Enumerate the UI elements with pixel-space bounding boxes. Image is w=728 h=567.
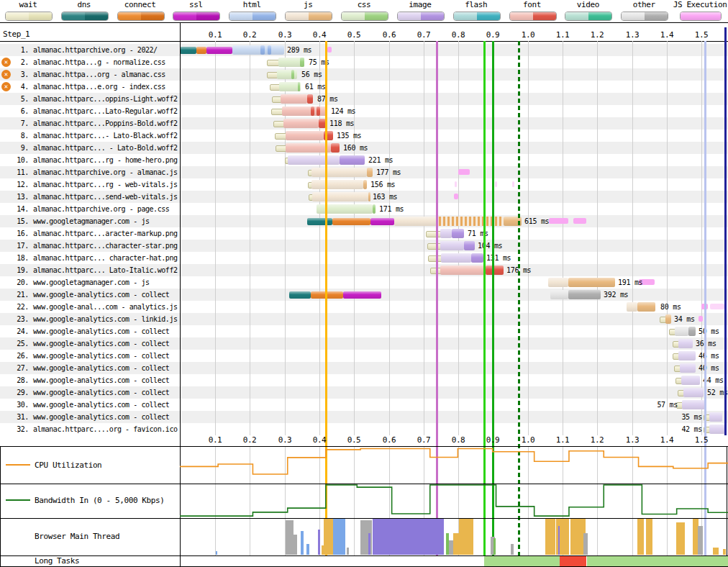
main-thread-activity-bar <box>373 519 444 555</box>
legend-swatch <box>397 12 445 21</box>
request-url[interactable]: almanac.httparc...rg - home-hero.png <box>33 156 178 164</box>
legend-swatch <box>621 12 668 21</box>
request-number: 2. <box>12 58 29 66</box>
legend-item-label: image <box>392 0 448 10</box>
request-url[interactable]: almanac.httparc... - Lato-Bold.woff2 <box>33 144 178 152</box>
axis-top: 0.10.20.30.40.50.60.70.80.91.01.11.21.31… <box>180 29 728 41</box>
warning-icon: ✕ <box>1 70 11 79</box>
legend-swatch-light <box>622 12 645 20</box>
request-number: 15. <box>12 217 29 225</box>
legend-item-video: video <box>560 0 616 22</box>
request-url[interactable]: almanac.httpa...e.org - index.css <box>33 83 165 91</box>
request-url[interactable]: almanac.httparc...send-web-vitals.js <box>33 193 178 201</box>
request-url[interactable]: almanac.httparc...- Lato-Black.woff2 <box>33 132 178 140</box>
main-thread-activity-bar <box>698 526 703 555</box>
main-thread-activity-bar <box>324 519 333 555</box>
legend-swatch-light <box>6 12 29 20</box>
legend-swatch-dark <box>252 12 276 20</box>
request-number: 25. <box>12 340 29 348</box>
axis-tick: 1.4 <box>660 435 673 445</box>
request-url[interactable]: almanac.httparchive.org - page.css <box>33 205 169 213</box>
request-url[interactable]: almanac.httparc....org - favicon.ico <box>33 425 178 433</box>
request-url[interactable]: almanac.httpa...org - almanac.css <box>33 71 165 78</box>
request-number: 12. <box>12 181 29 189</box>
request-url[interactable]: www.google-analytics.com - collect <box>33 291 169 299</box>
cpu-legend-line <box>6 464 30 466</box>
legend-swatch-light <box>454 12 477 20</box>
request-number: 6. <box>12 107 29 115</box>
request-url[interactable]: www.googletagmanager.com - js <box>33 217 150 225</box>
main-thread-activity-bar <box>301 531 304 555</box>
legend-swatch-light <box>173 12 196 20</box>
request-number: 28. <box>12 376 29 384</box>
main-thread-activity-bar <box>545 519 555 555</box>
axis-tick: 0.2 <box>243 435 256 445</box>
request-url[interactable]: www.googletagmanager.com - js <box>33 278 150 286</box>
axis-tick: 1.1 <box>556 435 569 445</box>
warning-icon: ✕ <box>1 82 11 91</box>
request-url[interactable]: almanac.httparc...oppins-Light.woff2 <box>33 95 178 103</box>
request-url[interactable]: almanac.httparc...character-star.png <box>33 242 178 250</box>
request-number: 14. <box>12 205 29 213</box>
axis-tick: 0.4 <box>313 435 326 445</box>
legend-item-wait: wait <box>0 0 56 22</box>
request-url[interactable]: www.google-analytics.com - collect <box>33 413 169 421</box>
request-url[interactable]: www.google-analytics.com - collect <box>33 340 169 348</box>
axis-tick: 0.9 <box>486 30 499 40</box>
legend-item-label: css <box>336 0 392 10</box>
main-thread-activity-bar <box>676 522 685 555</box>
legend-swatch-light <box>118 12 141 20</box>
legend-swatch-dark <box>701 12 721 20</box>
axis-tick: 1.5 <box>695 435 708 445</box>
cpu-svg-line <box>180 448 728 474</box>
legend-item-other: other <box>616 0 672 22</box>
axis-tick: 1.4 <box>660 30 673 40</box>
request-url[interactable]: www.google-analytics.com - collect <box>33 389 169 396</box>
cpu-label: CPU Utilization <box>35 461 101 470</box>
request-url[interactable]: almanac.httpa...g - normalize.css <box>33 58 165 66</box>
request-url[interactable]: www.google-analytics.com - collect <box>33 376 169 384</box>
request-url[interactable]: almanac.httparc...Poppins-Bold.woff2 <box>33 119 178 127</box>
request-number: 13. <box>12 193 29 201</box>
request-number: 18. <box>12 254 29 262</box>
request-url[interactable]: almanac.httparchive.org - almanac.js <box>33 168 178 176</box>
main-thread-activity-bar <box>347 548 349 555</box>
request-url[interactable]: www.google-analytics.com - collect <box>33 352 169 360</box>
main-thread-activity-bar <box>713 548 719 555</box>
request-url[interactable]: almanac.httparchive.org - 2022/ <box>33 46 158 54</box>
request-url[interactable]: www.google-analytics.com - collect <box>33 327 169 335</box>
axis-bottom: 0.10.20.30.40.50.60.70.80.91.01.11.21.31… <box>180 435 728 446</box>
legend-swatch-light <box>342 12 365 20</box>
request-url[interactable]: www.google-analytics.com - collect <box>33 401 169 409</box>
axis-tick: 1.2 <box>591 435 604 445</box>
legend-item-label: JS Execution <box>672 0 728 10</box>
axis-tick: 0.9 <box>486 435 499 445</box>
legend-swatch-dark <box>29 12 52 20</box>
axis-tick: 1.3 <box>626 30 639 40</box>
request-number: 4. <box>12 83 29 91</box>
legend-swatch-light <box>398 12 421 20</box>
request-url[interactable]: almanac.httparc... Lato-Italic.woff2 <box>33 266 178 274</box>
request-url[interactable]: almanac.httparc... character-hat.png <box>33 254 178 262</box>
axis-tick: 0.2 <box>243 30 256 40</box>
legend-swatch-light <box>681 12 701 20</box>
legend-swatch <box>509 12 557 21</box>
request-number: 22. <box>12 303 29 311</box>
request-url[interactable]: www.google-analytics.com - linkid.js <box>33 315 178 323</box>
request-url[interactable]: almanac.httparc...aracter-markup.png <box>33 230 178 237</box>
warning-icon: ✕ <box>1 58 11 67</box>
request-url[interactable]: www.google-analytics.com - collect <box>33 364 169 372</box>
legend-swatch-dark <box>588 12 611 20</box>
request-url[interactable]: almanac.httparc...Lato-Regular.woff2 <box>33 107 178 115</box>
request-url[interactable]: almanac.httparc...rg - web-vitals.js <box>33 181 178 189</box>
main-thread-activity-bar <box>318 530 320 555</box>
legend-item-label: video <box>560 0 616 10</box>
request-url[interactable]: www.google-anal...com - analytics.js <box>33 303 178 311</box>
legend-swatch-dark <box>309 12 332 20</box>
long-task-segment-ok <box>587 556 728 566</box>
legend-item-font: font <box>504 0 560 22</box>
bandwidth-chart <box>180 484 728 517</box>
request-number: 20. <box>12 278 29 286</box>
request-number: 27. <box>12 364 29 372</box>
main-thread-activity-bar <box>333 519 345 555</box>
